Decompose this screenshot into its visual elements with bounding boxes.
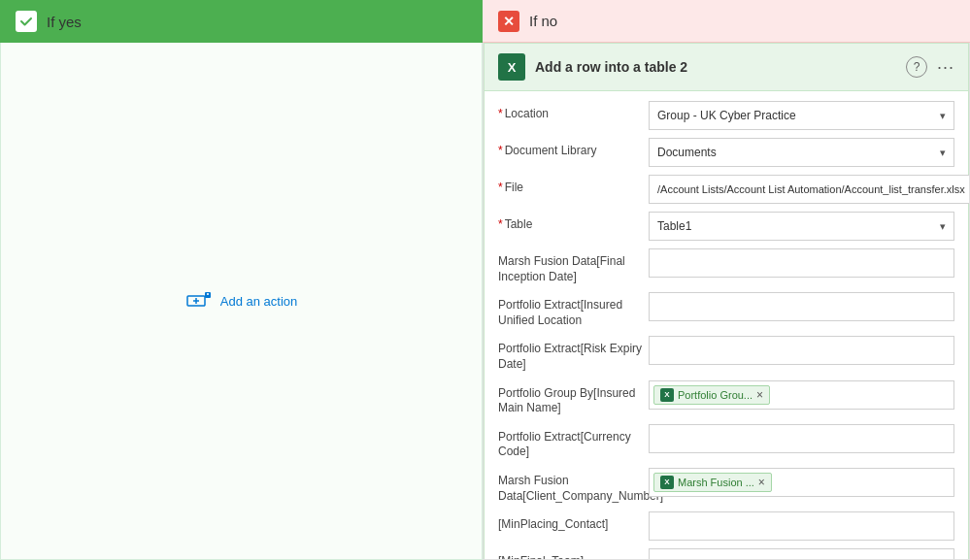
if-yes-header: If yes [0, 0, 483, 43]
marsh-fusion-tag-container[interactable]: X Marsh Fusion ... × [649, 468, 954, 497]
portfolio-group-label: Portfolio Group By[Insured Main Name] [498, 380, 649, 416]
portfolio-risk-input[interactable] [649, 336, 954, 365]
file-label: *File [498, 175, 649, 196]
portfolio-insured-input[interactable] [649, 292, 954, 321]
table-row: *Table Table1 ▾ [498, 212, 954, 241]
portfolio-risk-label: Portfolio Extract[Risk Expiry Date] [498, 336, 649, 372]
if-yes-body: Add an action [0, 43, 483, 560]
more-options-button[interactable]: ··· [937, 57, 954, 78]
document-library-dropdown[interactable]: Documents ▾ [649, 138, 954, 167]
right-panel: ✕ If no X Add a row into a table 2 ? ···… [483, 0, 970, 560]
min-placing-row: [MinPlacing_Contact] [498, 511, 954, 541]
chevron-down-icon: ▾ [940, 110, 946, 122]
tag-close-button[interactable]: × [756, 388, 763, 402]
tag-excel-icon2: X [660, 476, 674, 489]
min-placing-input[interactable] [649, 511, 954, 541]
marsh-fusion-final-input[interactable] [649, 248, 954, 278]
form-body: *Location Group - UK Cyber Practice ▾ *D… [485, 91, 968, 560]
chevron-down-icon: ▾ [940, 147, 946, 159]
file-row: *File /Account Lists/Account List Automa… [498, 175, 954, 204]
portfolio-currency-input[interactable] [649, 424, 954, 453]
portfolio-insured-row: Portfolio Extract[Insured Unified Locati… [498, 292, 954, 328]
location-row: *Location Group - UK Cyber Practice ▾ [498, 101, 954, 130]
add-action-button[interactable]: Add an action [185, 290, 298, 312]
x-icon: ✕ [498, 11, 519, 32]
min-final-team-label: [MinFinal_Team] [498, 548, 649, 560]
add-action-label: Add an action [220, 294, 298, 309]
card-icons: ? ··· [906, 56, 954, 78]
add-action-icon [185, 290, 213, 312]
if-no-header: ✕ If no [483, 0, 970, 43]
add-row-card: X Add a row into a table 2 ? ··· *Locati… [484, 43, 969, 560]
min-final-team-input[interactable] [649, 548, 954, 560]
checkmark-icon [16, 11, 37, 32]
table-dropdown[interactable]: Table1 ▾ [649, 212, 954, 241]
if-no-label: If no [529, 13, 557, 29]
location-dropdown[interactable]: Group - UK Cyber Practice ▾ [649, 101, 954, 130]
file-input[interactable]: /Account Lists/Account List Automation/A… [649, 175, 970, 204]
card-header: X Add a row into a table 2 ? ··· [485, 44, 968, 91]
document-library-row: *Document Library Documents ▾ [498, 138, 954, 167]
marsh-fusion-final-row: Marsh Fusion Data[Final Inception Date] [498, 248, 954, 284]
min-final-team-row: [MinFinal_Team] [498, 548, 954, 560]
portfolio-insured-label: Portfolio Extract[Insured Unified Locati… [498, 292, 649, 328]
card-title: Add a row into a table 2 [535, 59, 896, 75]
portfolio-currency-row: Portfolio Extract[Currency Code] [498, 424, 954, 460]
marsh-fusion-tag: X Marsh Fusion ... × [653, 473, 772, 492]
marsh-fusion-client-row: Marsh Fusion Data[Client_Company_Number]… [498, 468, 954, 504]
left-panel: If yes Add an action [0, 0, 483, 560]
marsh-fusion-client-label: Marsh Fusion Data[Client_Company_Number] [498, 468, 649, 504]
right-body: X Add a row into a table 2 ? ··· *Locati… [483, 43, 970, 560]
location-label: *Location [498, 101, 649, 122]
portfolio-group-tag: X Portfolio Grou... × [653, 385, 770, 405]
marsh-fusion-final-label: Marsh Fusion Data[Final Inception Date] [498, 248, 649, 284]
excel-icon: X [498, 53, 525, 81]
chevron-down-icon: ▾ [940, 220, 946, 233]
if-yes-label: If yes [47, 14, 82, 30]
portfolio-risk-row: Portfolio Extract[Risk Expiry Date] [498, 336, 954, 372]
portfolio-currency-label: Portfolio Extract[Currency Code] [498, 424, 649, 460]
tag-close-button2[interactable]: × [758, 476, 765, 489]
table-label: *Table [498, 212, 649, 233]
document-library-label: *Document Library [498, 138, 649, 159]
min-placing-label: [MinPlacing_Contact] [498, 511, 649, 533]
portfolio-group-tag-container[interactable]: X Portfolio Grou... × [649, 380, 954, 410]
tag-excel-icon: X [660, 388, 674, 402]
portfolio-group-row: Portfolio Group By[Insured Main Name] X … [498, 380, 954, 416]
help-icon[interactable]: ? [906, 56, 927, 78]
